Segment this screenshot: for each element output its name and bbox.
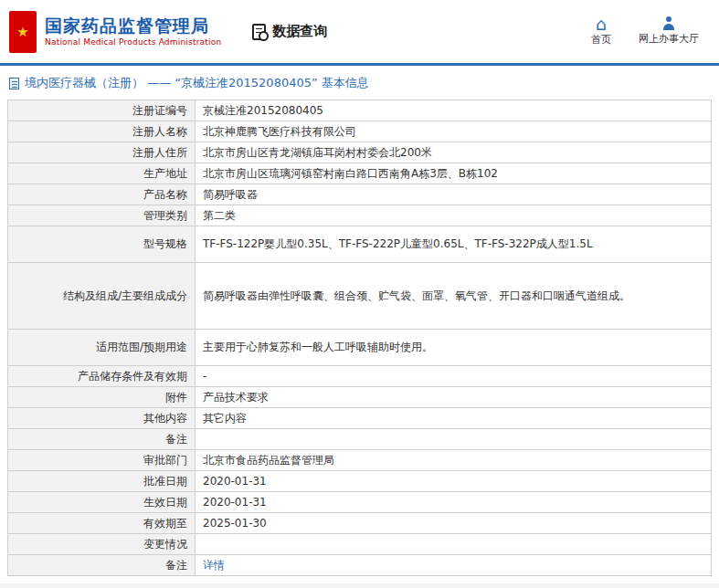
- field-value: 2020-01-31: [196, 492, 712, 513]
- field-label: 适用范围/预期用途: [8, 330, 196, 366]
- field-value: 北京市食品药品监督管理局: [196, 450, 712, 471]
- field-label: 管理类别: [8, 205, 196, 226]
- field-label: 生产地址: [8, 163, 196, 184]
- field-value: 详情: [196, 555, 712, 576]
- registration-detail-table: 注册证编号 京械注准20152080405 注册人名称 北京神鹿腾飞医疗科技有限…: [7, 100, 712, 576]
- table-row: 型号规格 TF-FS-122P婴儿型0.35L、TF-FS-222P儿童型0.6…: [8, 226, 712, 263]
- table-row: 备注: [8, 429, 712, 450]
- field-label: 批准日期: [8, 471, 196, 492]
- table-row: 附件 产品技术要求: [8, 387, 712, 408]
- field-value: 简易呼吸器: [196, 184, 712, 205]
- field-value: [196, 534, 712, 555]
- field-value: [196, 429, 712, 450]
- table-row: 审批部门 北京市食品药品监督管理局: [8, 450, 712, 471]
- home-icon: ⌂: [596, 16, 607, 31]
- table-row: 产品名称 简易呼吸器: [8, 184, 712, 205]
- field-label: 备注: [8, 555, 196, 576]
- field-value: 主要用于心肺复苏和一般人工呼吸辅助时使用。: [196, 330, 712, 366]
- field-value: 北京市房山区琉璃河镇窑村南白路口西南角A栋3层、B栋102: [196, 163, 712, 184]
- table-row: 生产地址 北京市房山区琉璃河镇窑村南白路口西南角A栋3层、B栋102: [8, 163, 712, 184]
- field-value: 2025-01-30: [196, 513, 712, 534]
- field-label: 有效期至: [8, 513, 196, 534]
- field-label: 注册人名称: [8, 121, 196, 142]
- field-label: 注册证编号: [8, 100, 196, 121]
- site-header: ★ 国家药品监督管理局 National Medical Products Ad…: [0, 0, 719, 63]
- table-row: 备注 详情: [8, 555, 712, 576]
- detail-link[interactable]: 详情: [203, 559, 225, 572]
- field-label: 产品储存条件及有效期: [8, 366, 196, 387]
- field-value: 北京市房山区青龙湖镇庙耳岗村村委会北200米: [196, 142, 712, 163]
- footer-strip: [0, 583, 719, 588]
- org-title-block: 国家药品监督管理局 National Medical Products Admi…: [45, 16, 221, 47]
- field-label: 生效日期: [8, 492, 196, 513]
- field-label: 附件: [8, 387, 196, 408]
- field-value: -: [196, 366, 712, 387]
- field-value: 京械注准20152080405: [196, 100, 712, 121]
- field-value: TF-FS-122P婴儿型0.35L、TF-FS-222P儿童型0.65L、TF…: [196, 226, 712, 263]
- table-row: 生效日期 2020-01-31: [8, 492, 712, 513]
- field-label: 型号规格: [8, 226, 196, 263]
- breadcrumb: 境内医疗器械（注册） —— “京械注准20152080405” 基本信息: [0, 66, 719, 100]
- table-row: 结构及组成/主要组成成分 简易呼吸器由弹性呼吸囊、组合颈、贮气袋、面罩、氧气管、…: [8, 263, 712, 330]
- top-nav: ⌂ 首页 网上办事大厅: [591, 16, 699, 47]
- field-value: 其它内容: [196, 408, 712, 429]
- field-label: 备注: [8, 429, 196, 450]
- nav-home-label: 首页: [591, 33, 611, 47]
- field-value: 简易呼吸器由弹性呼吸囊、组合颈、贮气袋、面罩、氧气管、开口器和口咽通气道组成。: [196, 263, 712, 330]
- nav-service-hall-label: 网上办事大厅: [639, 32, 699, 46]
- field-value: 北京神鹿腾飞医疗科技有限公司: [196, 121, 712, 142]
- field-value: 2020-01-31: [196, 471, 712, 492]
- table-row: 其他内容 其它内容: [8, 408, 712, 429]
- table-row: 管理类别 第二类: [8, 205, 712, 226]
- table-row: 批准日期 2020-01-31: [8, 471, 712, 492]
- data-query-label: 数据查询: [272, 23, 327, 40]
- field-label: 审批部门: [8, 450, 196, 471]
- field-value: 产品技术要求: [196, 387, 712, 408]
- field-label: 注册人住所: [8, 142, 196, 163]
- field-label: 其他内容: [8, 408, 196, 429]
- data-query-nav[interactable]: 数据查询: [252, 23, 327, 40]
- data-query-icon: [252, 24, 266, 40]
- table-row: 注册证编号 京械注准20152080405: [8, 100, 712, 121]
- table-row: 注册人住所 北京市房山区青龙湖镇庙耳岗村村委会北200米: [8, 142, 712, 163]
- table-row: 变更情况: [8, 534, 712, 555]
- document-icon: [9, 78, 19, 89]
- field-label: 结构及组成/主要组成成分: [8, 263, 196, 330]
- nav-service-hall[interactable]: 网上办事大厅: [639, 16, 699, 47]
- user-icon: [662, 16, 675, 30]
- org-name: 国家药品监督管理局: [45, 16, 221, 36]
- national-emblem-icon: ★: [9, 11, 37, 53]
- table-row: 产品储存条件及有效期 -: [8, 366, 712, 387]
- org-name-en: National Medical Products Administration: [45, 37, 221, 47]
- field-label: 产品名称: [8, 184, 196, 205]
- breadcrumb-text: 境内医疗器械（注册） —— “京械注准20152080405” 基本信息: [25, 75, 369, 91]
- field-label: 变更情况: [8, 534, 196, 555]
- field-value: 第二类: [196, 205, 712, 226]
- nav-home[interactable]: ⌂ 首页: [591, 16, 611, 47]
- table-row: 有效期至 2025-01-30: [8, 513, 712, 534]
- table-row: 适用范围/预期用途 主要用于心肺复苏和一般人工呼吸辅助时使用。: [8, 330, 712, 366]
- table-row: 注册人名称 北京神鹿腾飞医疗科技有限公司: [8, 121, 712, 142]
